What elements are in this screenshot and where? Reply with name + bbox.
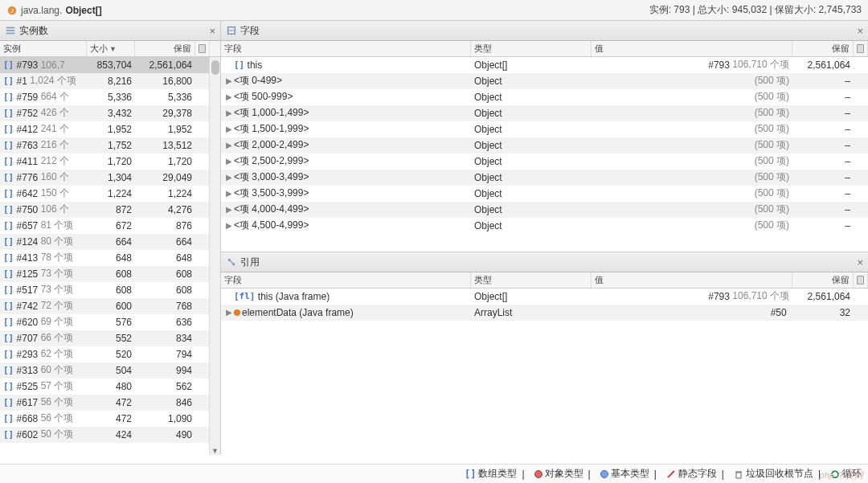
expand-icon[interactable]: ▶: [224, 92, 234, 101]
col-config[interactable]: [854, 272, 868, 288]
table-row[interactable]: [] #752 426 个3,43229,378: [0, 105, 220, 121]
table-row[interactable]: [] #620 69 个项576636: [0, 314, 220, 330]
brackets-icon: []: [3, 204, 14, 215]
table-row[interactable]: [] #313 60 个项504994: [0, 362, 220, 379]
expand-icon[interactable]: ▶: [224, 308, 234, 317]
instances-icon: [5, 25, 16, 36]
expand-icon[interactable]: ▶: [224, 125, 234, 133]
table-row[interactable]: ▶<项 500-999>Object(500 项)–: [221, 89, 868, 105]
sort-desc-icon: ▼: [109, 45, 117, 53]
brackets-icon: []: [3, 188, 14, 199]
col-config[interactable]: [195, 41, 210, 56]
vertical-scrollbar[interactable]: ▼: [209, 57, 220, 455]
size-cell: 648: [87, 252, 135, 264]
table-row[interactable]: ▶<项 1,500-1,999>Object(500 项)–: [221, 121, 868, 137]
close-icon[interactable]: ×: [209, 25, 215, 37]
instances-table-header[interactable]: 实例 大小▼ 保留: [0, 41, 220, 57]
col-type[interactable]: 类型: [471, 272, 592, 288]
col-size[interactable]: 大小▼: [87, 41, 135, 56]
col-field[interactable]: 字段: [221, 272, 471, 288]
retained-cell: 846: [135, 397, 195, 408]
table-row[interactable]: ▶<项 2,500-2,999>Object(500 项)–: [221, 153, 868, 170]
value-cell: (500 项): [592, 186, 792, 200]
table-row[interactable]: [] #793 106,7853,7042,561,064: [0, 57, 220, 73]
table-row[interactable]: [] #124 80 个项664664: [0, 234, 220, 250]
table-row[interactable]: [] #412 241 个1,9521,952: [0, 121, 220, 137]
type-cell: Object: [471, 204, 592, 215]
table-row[interactable]: [] #742 72 个项600768: [0, 298, 220, 314]
scroll-thumb[interactable]: [211, 60, 219, 75]
instance-cell: [] #620 69 个项: [0, 315, 87, 329]
retained-cell: 1,090: [135, 413, 195, 424]
table-row[interactable]: [] #1 1,024 个项8,21616,800: [0, 73, 220, 89]
col-value[interactable]: 值: [592, 272, 792, 288]
expand-icon[interactable]: ▶: [224, 141, 234, 149]
expand-icon[interactable]: ▶: [224, 108, 234, 117]
col-config[interactable]: [854, 41, 868, 56]
retained-cell: 1,224: [135, 188, 195, 199]
table-row[interactable]: ▶<项 1,000-1,499>Object(500 项)–: [221, 105, 868, 121]
table-row[interactable]: [] #668 56 个项4721,090: [0, 411, 220, 427]
table-row[interactable]: [] #125 73 个项608608: [0, 266, 220, 282]
close-icon[interactable]: ×: [857, 256, 863, 268]
table-row[interactable]: [] #602 50 个项424490: [0, 427, 220, 443]
instance-cell: [] #750 106 个: [0, 203, 87, 216]
title-prefix: java.lang.: [21, 5, 62, 16]
table-row[interactable]: [] #763 216 个1,75213,512: [0, 137, 220, 153]
table-row[interactable]: [] #617 56 个项472846: [0, 395, 220, 411]
table-row[interactable]: [] #707 66 个项552834: [0, 330, 220, 346]
expand-icon[interactable]: ▶: [224, 173, 234, 182]
value-cell: (500 项): [592, 203, 792, 216]
table-row[interactable]: ▶<项 3,500-3,999>Object(500 项)–: [221, 186, 868, 202]
table-row[interactable]: ▶<项 4,000-4,499>Object(500 项)–: [221, 202, 868, 218]
instance-cell: [] #657 81 个项: [0, 219, 87, 232]
value-cell: (500 项): [592, 219, 792, 232]
table-row[interactable]: [] #642 150 个1,2241,224: [0, 186, 220, 202]
legend-primitive: 基本类型: [600, 467, 649, 481]
table-row[interactable]: [] #413 78 个项648648: [0, 250, 220, 266]
table-row[interactable]: [] #525 57 个项480562: [0, 379, 220, 395]
svg-rect-3: [6, 30, 15, 31]
expand-icon[interactable]: ▶: [224, 189, 234, 198]
fields-table-header[interactable]: 字段 类型 值 保留: [221, 41, 868, 57]
col-retained[interactable]: 保留: [792, 41, 854, 56]
expand-icon[interactable]: ▶: [224, 205, 234, 214]
expand-icon[interactable]: ▶: [224, 157, 234, 166]
table-row[interactable]: ▶<项 0-499>Object(500 项)–: [221, 73, 868, 89]
col-instance[interactable]: 实例: [0, 41, 87, 56]
close-icon[interactable]: ×: [857, 25, 863, 37]
col-value[interactable]: 值: [592, 41, 792, 56]
table-row[interactable]: ▶<项 4,500-4,999>Object(500 项)–: [221, 218, 868, 234]
table-row[interactable]: [fl] this (Java frame)Object[]#793 106,7…: [221, 289, 868, 305]
instance-cell: [] #793 106,7: [0, 59, 87, 71]
col-retained[interactable]: 保留: [792, 272, 854, 288]
col-type[interactable]: 类型: [471, 41, 592, 56]
table-row[interactable]: [] #411 212 个1,7201,720: [0, 153, 220, 170]
table-row[interactable]: [] #750 106 个8724,276: [0, 202, 220, 218]
table-row[interactable]: [] #759 664 个5,3365,336: [0, 89, 220, 105]
expand-icon[interactable]: ▶: [224, 76, 234, 85]
table-row[interactable]: ▶<项 2,000-2,499>Object(500 项)–: [221, 137, 868, 153]
table-row[interactable]: [] #776 160 个1,30429,049: [0, 170, 220, 186]
table-row[interactable]: [] thisObject[]#793 106,710 个项2,561,064: [221, 57, 868, 73]
table-row[interactable]: ▶<项 3,000-3,499>Object(500 项)–: [221, 170, 868, 186]
table-row[interactable]: ▶elementData (Java frame)ArrayList#50 32: [221, 305, 868, 321]
chevron-down-icon[interactable]: ▼: [211, 447, 219, 455]
table-row[interactable]: [] #657 81 个项672876: [0, 218, 220, 234]
table-row[interactable]: [] #517 73 个项608608: [0, 282, 220, 298]
expand-icon[interactable]: ▶: [224, 221, 234, 230]
title-area: J java.lang.Object[]: [6, 5, 102, 16]
type-cell: Object: [471, 140, 592, 151]
retained-cell: 648: [135, 252, 195, 264]
col-retained[interactable]: 保留: [135, 41, 195, 56]
size-cell: 1,224: [87, 188, 135, 199]
retained-cell: –: [792, 92, 854, 103]
type-cell: ArrayList: [471, 307, 592, 318]
col-field[interactable]: 字段: [221, 41, 471, 56]
table-row[interactable]: [] #293 62 个项520794: [0, 346, 220, 362]
retained-cell: 994: [135, 365, 195, 376]
legend-array: []数组类型: [465, 467, 517, 481]
retained-cell: 608: [135, 268, 195, 280]
instance-cell: [] #668 56 个项: [0, 411, 87, 425]
references-table-header[interactable]: 字段 类型 值 保留: [221, 272, 868, 289]
